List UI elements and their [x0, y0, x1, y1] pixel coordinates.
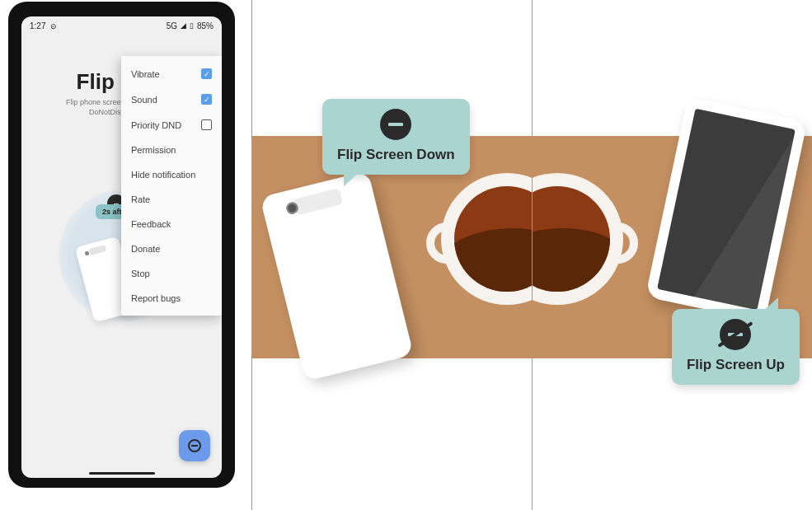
bubble-text: Flip Screen Down: [337, 147, 455, 163]
android-nav-bar[interactable]: [89, 472, 155, 475]
signal-icon: ◢: [181, 21, 186, 30]
menu-label: Feedback: [131, 219, 171, 229]
checkbox-icon[interactable]: ✓: [201, 68, 212, 79]
menu-item-sound[interactable]: Sound ✓: [121, 87, 222, 112]
coffee-liquid: [454, 186, 532, 292]
menu-item-stop[interactable]: Stop: [121, 261, 222, 286]
menu-label: Donate: [131, 244, 160, 254]
menu-label: Vibrate: [131, 69, 160, 79]
speech-bubble-up: Flip Screen Up: [672, 309, 800, 385]
checkbox-icon[interactable]: ✓: [201, 94, 212, 105]
phone-frame: 1:27 ⊝ 5G ◢ ▯ 85% Flip DND Flip phone sc…: [8, 2, 235, 488]
phone-notch: [81, 2, 163, 15]
menu-label: Sound: [131, 95, 157, 105]
coffee-liquid: [533, 186, 610, 292]
promo-flip-down-panel: Flip Screen Down: [252, 0, 532, 510]
menu-item-rate[interactable]: Rate: [121, 187, 222, 212]
promo-flip-up-panel: Flip Screen Up: [533, 0, 812, 510]
status-bar: 1:27 ⊝ 5G ◢ ▯ 85%: [21, 16, 222, 35]
menu-item-donate[interactable]: Donate: [121, 236, 222, 261]
menu-label: Rate: [131, 194, 150, 204]
menu-item-hide-notification[interactable]: Hide notification: [121, 162, 222, 187]
menu-label: Permission: [131, 145, 176, 155]
menu-label: Stop: [131, 269, 150, 278]
phone-mockup-panel: 1:27 ⊝ 5G ◢ ▯ 85% Flip DND Flip phone sc…: [0, 0, 251, 510]
camera-bar: [293, 188, 343, 215]
slash-icon: [718, 321, 753, 348]
dnd-circle-icon: [188, 439, 201, 452]
battery-percent: 85%: [197, 21, 214, 30]
checkbox-icon[interactable]: [201, 119, 212, 130]
bubble-text: Flip Screen Up: [687, 357, 785, 373]
menu-label: Report bugs: [131, 293, 181, 303]
menu-item-priority-dnd[interactable]: Priority DND: [121, 112, 222, 138]
speech-bubble-down: Flip Screen Down: [322, 99, 470, 175]
fab-toggle-dnd[interactable]: [179, 430, 210, 461]
network-label: 5G: [167, 21, 177, 30]
menu-item-permission[interactable]: Permission: [121, 138, 222, 162]
dnd-off-icon: [720, 319, 751, 350]
menu-item-vibrate[interactable]: Vibrate ✓: [121, 61, 222, 87]
menu-label: Priority DND: [131, 120, 181, 130]
dnd-on-icon: [380, 109, 411, 140]
battery-icon: ▯: [190, 21, 194, 30]
menu-item-report-bugs[interactable]: Report bugs: [121, 286, 222, 311]
dnd-status-icon: ⊝: [48, 22, 57, 30]
menu-label: Hide notification: [131, 170, 195, 180]
overflow-menu: Vibrate ✓ Sound ✓ Priority DND Permissio…: [121, 56, 222, 316]
clock-text: 1:27: [30, 21, 45, 30]
menu-item-feedback[interactable]: Feedback: [121, 212, 222, 236]
phone-screen: 1:27 ⊝ 5G ◢ ▯ 85% Flip DND Flip phone sc…: [21, 16, 222, 478]
